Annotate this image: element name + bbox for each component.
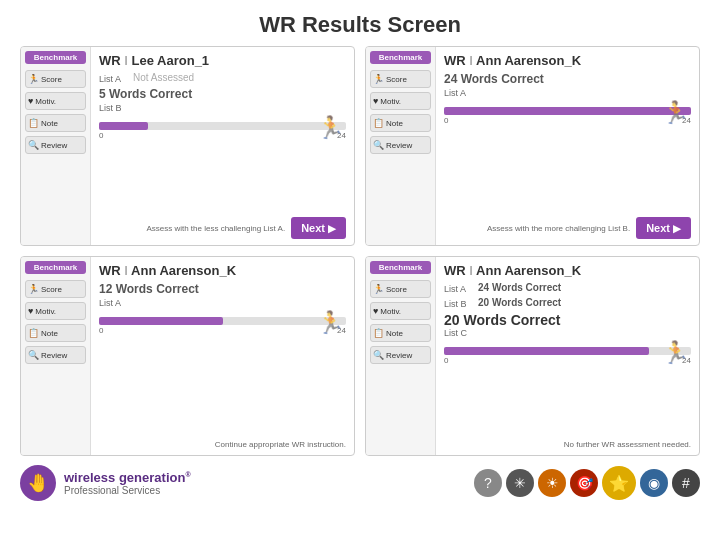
card-4-sidebar: Benchmark 🏃Score ♥Motiv. 📋Note 🔍Review [366, 257, 436, 455]
motiv-btn-3[interactable]: ♥Motiv. [25, 302, 86, 320]
progress-bar-1: 0 24 🏃 [99, 117, 346, 135]
note-btn-1[interactable]: 📋Note [25, 114, 86, 132]
list-a-label-4: List A [444, 284, 472, 294]
score-btn-1[interactable]: 🏃Score [25, 70, 86, 88]
benchmark-badge-2: Benchmark [370, 51, 431, 64]
brand-name: wireless generation® [64, 470, 191, 485]
list-a-score-4: 24 Words Correct [478, 282, 561, 293]
card-2-sidebar: Benchmark 🏃Score ♥Motiv. 📋Note 🔍Review [366, 47, 436, 245]
benchmark-badge-4: Benchmark [370, 261, 431, 274]
card-4-main: WR I Ann Aarenson_K List A 24 Words Corr… [436, 257, 699, 455]
bottom-text-2: Assess with the more challenging List B. [444, 224, 630, 233]
motiv-btn-1[interactable]: ♥Motiv. [25, 92, 86, 110]
benchmark-badge-3: Benchmark [25, 261, 86, 274]
footer-icon-7: # [672, 469, 700, 497]
words-correct-1: 5 Words Correct [99, 87, 346, 101]
list-a-label-2: List A [444, 88, 472, 98]
progress-bar-4: 0 24 🏃 [444, 342, 691, 360]
progress-bar-2: 0 24 🏃 [444, 102, 691, 120]
brand-sub: Professional Services [64, 485, 191, 496]
card-1-sidebar: Benchmark 🏃Score ♥Motiv. 📋Note 🔍Review [21, 47, 91, 245]
footer-icon-5: ⭐ [602, 466, 636, 500]
list-c-label-4: List C [444, 328, 472, 338]
score-btn-3[interactable]: 🏃Score [25, 280, 86, 298]
logo-text: wireless generation® Professional Servic… [64, 470, 191, 496]
runner-icon-4: 🏃 [662, 340, 689, 366]
runner-icon-3: 🏃 [317, 310, 344, 336]
words-correct-2: 24 Words Correct [444, 72, 691, 86]
not-assessed-1: Not Assessed [133, 72, 194, 83]
next-arrow-1: ▶ [328, 223, 336, 234]
list-a-label-3: List A [99, 298, 127, 308]
review-btn-2[interactable]: 🔍Review [370, 136, 431, 154]
card-1-main: WR I Lee Aaron_1 List A Not Assessed 5 W… [91, 47, 354, 245]
footer-icon-1: ? [474, 469, 502, 497]
footer-icons: ? ✳ ☀ 🎯 ⭐ ◉ # [474, 466, 700, 500]
score-btn-4[interactable]: 🏃Score [370, 280, 431, 298]
card-4-bottom: No further WR assessment needed. [444, 440, 691, 449]
score-btn-2[interactable]: 🏃Score [370, 70, 431, 88]
card-2-bottom: Assess with the more challenging List B.… [444, 217, 691, 239]
card-1-header: WR I Lee Aaron_1 [99, 53, 346, 68]
card-3-main: WR I Ann Aarenson_K 12 Words Correct Lis… [91, 257, 354, 455]
motiv-btn-4[interactable]: ♥Motiv. [370, 302, 431, 320]
card-3: Benchmark 🏃Score ♥Motiv. 📋Note 🔍Review W… [20, 256, 355, 456]
card-2-header: WR I Ann Aarenson_K [444, 53, 691, 68]
logo-hand-icon: 🤚 [20, 465, 56, 501]
bottom-text-3: Continue appropriate WR instruction. [99, 440, 346, 449]
card-1: Benchmark 🏃Score ♥Motiv. 📋Note 🔍Review W… [20, 46, 355, 246]
cards-grid: Benchmark 🏃Score ♥Motiv. 📋Note 🔍Review W… [0, 46, 720, 456]
list-b-score-4: 20 Words Correct [478, 297, 561, 308]
next-arrow-2: ▶ [673, 223, 681, 234]
runner-icon-2: 🏃 [662, 100, 689, 126]
footer-logo: 🤚 wireless generation® Professional Serv… [20, 465, 191, 501]
next-btn-1[interactable]: Next ▶ [291, 217, 346, 239]
list-a-label-1: List A [99, 74, 127, 84]
benchmark-badge-1: Benchmark [25, 51, 86, 64]
page-title: WR Results Screen [0, 0, 720, 46]
card-3-bottom: Continue appropriate WR instruction. [99, 440, 346, 449]
footer-icon-6: ◉ [640, 469, 668, 497]
card-3-header: WR I Ann Aarenson_K [99, 263, 346, 278]
footer-icon-3: ☀ [538, 469, 566, 497]
list-b-label-4: List B [444, 299, 472, 309]
card-1-bottom: Assess with the less challenging List A.… [99, 217, 346, 239]
runner-icon-1: 🏃 [317, 115, 344, 141]
review-btn-4[interactable]: 🔍Review [370, 346, 431, 364]
next-btn-2[interactable]: Next ▶ [636, 217, 691, 239]
footer-icon-4: 🎯 [570, 469, 598, 497]
motiv-btn-2[interactable]: ♥Motiv. [370, 92, 431, 110]
card-4: Benchmark 🏃Score ♥Motiv. 📋Note 🔍Review W… [365, 256, 700, 456]
card-4-header: WR I Ann Aarenson_K [444, 263, 691, 278]
footer: 🤚 wireless generation® Professional Serv… [0, 456, 720, 508]
review-btn-1[interactable]: 🔍Review [25, 136, 86, 154]
footer-icon-2: ✳ [506, 469, 534, 497]
words-correct-4: 20 Words Correct [444, 312, 691, 328]
words-correct-3: 12 Words Correct [99, 282, 346, 296]
card-2: Benchmark 🏃Score ♥Motiv. 📋Note 🔍Review W… [365, 46, 700, 246]
card-2-main: WR I Ann Aarenson_K 24 Words Correct Lis… [436, 47, 699, 245]
list-b-label-1: List B [99, 103, 127, 113]
review-btn-3[interactable]: 🔍Review [25, 346, 86, 364]
note-btn-3[interactable]: 📋Note [25, 324, 86, 342]
bottom-text-4: No further WR assessment needed. [444, 440, 691, 449]
bottom-text-1: Assess with the less challenging List A. [99, 224, 285, 233]
progress-bar-3: 0 24 🏃 [99, 312, 346, 330]
note-btn-4[interactable]: 📋Note [370, 324, 431, 342]
note-btn-2[interactable]: 📋Note [370, 114, 431, 132]
card-3-sidebar: Benchmark 🏃Score ♥Motiv. 📋Note 🔍Review [21, 257, 91, 455]
